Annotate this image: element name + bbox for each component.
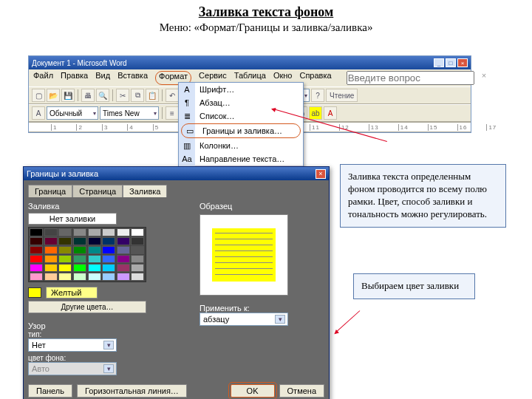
color-swatch[interactable] — [30, 237, 43, 245]
color-swatch[interactable] — [58, 264, 72, 272]
word-titlebar: Документ 1 - Microsoft Word _ □ × — [29, 56, 471, 69]
color-swatch[interactable] — [102, 255, 115, 263]
color-swatch[interactable] — [117, 228, 130, 236]
apply-to-combo[interactable]: абзацу — [200, 313, 288, 326]
doc-close-icon[interactable]: × — [482, 71, 486, 85]
color-swatch[interactable] — [58, 237, 72, 245]
color-swatch[interactable] — [88, 264, 101, 272]
style-combo[interactable]: Обычный — [47, 106, 98, 120]
panel-button[interactable]: Панель — [28, 384, 72, 398]
color-swatch[interactable] — [30, 264, 43, 272]
ok-button[interactable]: OK — [231, 384, 275, 398]
menu-item-3[interactable]: ▭Границы и заливка… — [181, 123, 301, 138]
color-swatch[interactable] — [102, 273, 115, 281]
highlight-icon[interactable]: ab — [309, 106, 322, 120]
color-swatch[interactable] — [73, 237, 86, 245]
color-swatch[interactable] — [131, 237, 144, 245]
color-swatch[interactable] — [88, 255, 101, 263]
color-swatch[interactable] — [102, 228, 115, 236]
styles-icon[interactable]: A — [32, 106, 45, 120]
callout-description: Заливка текста определенным фоном провод… — [340, 164, 506, 228]
color-swatch[interactable] — [44, 246, 58, 254]
menu-edit[interactable]: Правка — [61, 71, 88, 85]
color-swatch[interactable] — [131, 246, 144, 254]
word-window: Документ 1 - Microsoft Word _ □ × Файл П… — [28, 55, 471, 133]
color-swatch[interactable] — [102, 264, 115, 272]
menu-item-5[interactable]: AaНаправление текста… — [179, 152, 303, 166]
color-swatch[interactable] — [88, 273, 101, 281]
color-swatch[interactable] — [58, 273, 72, 281]
color-swatch[interactable] — [73, 228, 86, 236]
ask-input[interactable] — [347, 71, 474, 85]
color-swatch[interactable] — [117, 237, 130, 245]
maximize-button[interactable]: □ — [446, 58, 456, 67]
color-swatch[interactable] — [44, 273, 58, 281]
color-swatch[interactable] — [30, 228, 43, 236]
menu-insert[interactable]: Вставка — [117, 71, 148, 85]
color-swatch[interactable] — [73, 273, 86, 281]
menu-item-icon: ¶ — [181, 97, 193, 109]
color-swatch[interactable] — [44, 255, 58, 263]
color-swatch[interactable] — [117, 246, 130, 254]
cancel-button[interactable]: Отмена — [279, 384, 324, 398]
color-swatch[interactable] — [30, 255, 43, 263]
align-left-icon[interactable]: ≡ — [166, 106, 179, 120]
color-swatch[interactable] — [30, 273, 43, 281]
color-swatch[interactable] — [44, 228, 58, 236]
color-swatch[interactable] — [58, 228, 72, 236]
paste-icon[interactable]: 📋 — [146, 89, 159, 102]
color-swatch[interactable] — [102, 237, 115, 245]
open-icon[interactable]: 📂 — [47, 89, 60, 102]
reading-button[interactable]: Чтение — [326, 89, 358, 102]
new-icon[interactable]: ▢ — [32, 89, 45, 102]
no-fill-button[interactable]: Нет заливки — [28, 213, 117, 225]
preview-icon[interactable]: 🔍 — [96, 89, 109, 102]
pattern-type-combo[interactable]: Нет — [28, 338, 117, 352]
color-swatch[interactable] — [73, 255, 86, 263]
ruler-tick: 4 — [127, 124, 133, 131]
color-swatch[interactable] — [117, 255, 130, 263]
menu-view[interactable]: Вид — [95, 71, 110, 85]
menu-help[interactable]: Справка — [299, 71, 331, 85]
other-colors-button[interactable]: Другие цвета… — [28, 301, 146, 313]
menu-item-4[interactable]: ▥Колонки… — [179, 139, 303, 152]
tab-border[interactable]: Граница — [28, 185, 72, 197]
color-swatch[interactable] — [44, 264, 58, 272]
font-color-icon[interactable]: A — [324, 106, 337, 120]
menu-file[interactable]: Файл — [33, 71, 53, 85]
minimize-button[interactable]: _ — [434, 58, 444, 67]
menu-item-1[interactable]: ¶Абзац… — [179, 96, 303, 109]
color-swatch[interactable] — [117, 273, 130, 281]
color-swatch[interactable] — [73, 246, 86, 254]
menu-item-0[interactable]: AШрифт… — [179, 83, 303, 96]
help-icon[interactable]: ? — [311, 89, 324, 102]
color-swatch[interactable] — [131, 255, 144, 263]
font-combo[interactable]: Times New — [100, 106, 159, 120]
close-button[interactable]: × — [457, 58, 468, 67]
tab-fill[interactable]: Заливка — [123, 185, 167, 197]
copy-icon[interactable]: ⧉ — [131, 89, 144, 102]
color-swatch[interactable] — [88, 246, 101, 254]
undo-icon[interactable]: ↶ — [166, 89, 179, 102]
cut-icon[interactable]: ✂ — [116, 89, 129, 102]
print-icon[interactable]: 🖶 — [81, 89, 95, 102]
color-swatch[interactable] — [131, 273, 144, 281]
tab-page[interactable]: Страница — [72, 185, 123, 197]
color-swatch[interactable] — [88, 228, 101, 236]
color-swatch[interactable] — [73, 264, 86, 272]
color-swatch[interactable] — [30, 246, 43, 254]
menu-item-icon: ≣ — [181, 110, 193, 122]
dialog-close-icon[interactable]: × — [316, 169, 326, 179]
color-swatch[interactable] — [117, 264, 130, 272]
color-swatch[interactable] — [88, 237, 101, 245]
color-swatch[interactable] — [58, 255, 72, 263]
color-swatch[interactable] — [131, 264, 144, 272]
color-swatch[interactable] — [44, 237, 58, 245]
color-swatch[interactable] — [58, 246, 72, 254]
color-swatch[interactable] — [102, 246, 115, 254]
callout-choose-color: Выбираем цвет заливки — [353, 273, 475, 299]
hline-button[interactable]: Горизонтальная линия… — [77, 384, 187, 398]
color-swatch[interactable] — [131, 228, 144, 236]
save-icon[interactable]: 💾 — [61, 89, 75, 102]
word-title: Документ 1 - Microsoft Word — [32, 59, 127, 67]
